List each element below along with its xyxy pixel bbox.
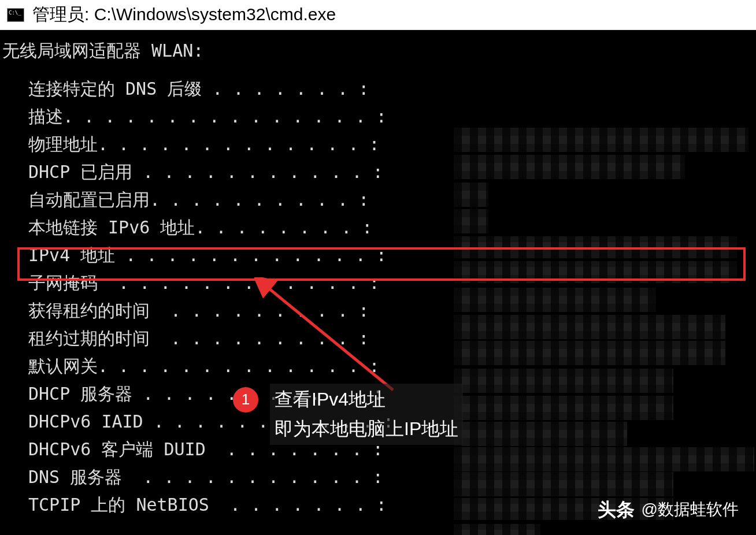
redacted-value bbox=[454, 236, 737, 258]
annotation-line1: 查看IPv4地址 bbox=[275, 385, 458, 414]
line-description: 描述. . . . . . . . . . . . . . . : bbox=[2, 103, 754, 131]
terminal-area[interactable]: 无线局域网适配器 WLAN: 连接特定的 DNS 后缀 . . . . . . … bbox=[0, 30, 756, 535]
redacted-value bbox=[454, 155, 685, 179]
redacted-value bbox=[454, 369, 673, 393]
redacted-value bbox=[454, 261, 737, 283]
redacted-value bbox=[454, 524, 540, 535]
redacted-value bbox=[454, 472, 673, 496]
line-dns-suffix: 连接特定的 DNS 后缀 . . . . . . . : bbox=[2, 75, 754, 103]
redacted-value bbox=[454, 183, 488, 207]
annotation-text: 查看IPv4地址 即为本地电脑上IP地址 bbox=[270, 384, 463, 445]
watermark-brand: 头条 bbox=[598, 495, 635, 525]
cmd-window: 管理员: C:\Windows\system32\cmd.exe 无线局域网适配… bbox=[0, 0, 756, 535]
redacted-value bbox=[454, 288, 656, 312]
annotation-callout: 1 查看IPv4地址 即为本地电脑上IP地址 bbox=[233, 384, 463, 445]
annotation-badge: 1 bbox=[233, 387, 258, 413]
redacted-value bbox=[454, 209, 488, 233]
annotation-line2: 即为本地电脑上IP地址 bbox=[275, 414, 458, 444]
line-auto-config: 自动配置已启用. . . . . . . . . . : bbox=[2, 186, 754, 214]
redacted-value bbox=[454, 396, 673, 420]
watermark: 头条 @数据蛙软件 bbox=[598, 495, 739, 525]
cmd-icon bbox=[7, 8, 24, 22]
redacted-value bbox=[454, 341, 725, 365]
adapter-wlan-header: 无线局域网适配器 WLAN: bbox=[2, 37, 754, 65]
watermark-handle: @数据蛙软件 bbox=[642, 497, 739, 523]
redacted-value bbox=[454, 128, 748, 152]
redacted-value bbox=[454, 315, 725, 339]
redacted-value bbox=[454, 422, 627, 446]
redacted-value bbox=[454, 447, 754, 471]
titlebar[interactable]: 管理员: C:\Windows\system32\cmd.exe bbox=[0, 0, 756, 30]
window-title: 管理员: C:\Windows\system32\cmd.exe bbox=[32, 3, 336, 27]
